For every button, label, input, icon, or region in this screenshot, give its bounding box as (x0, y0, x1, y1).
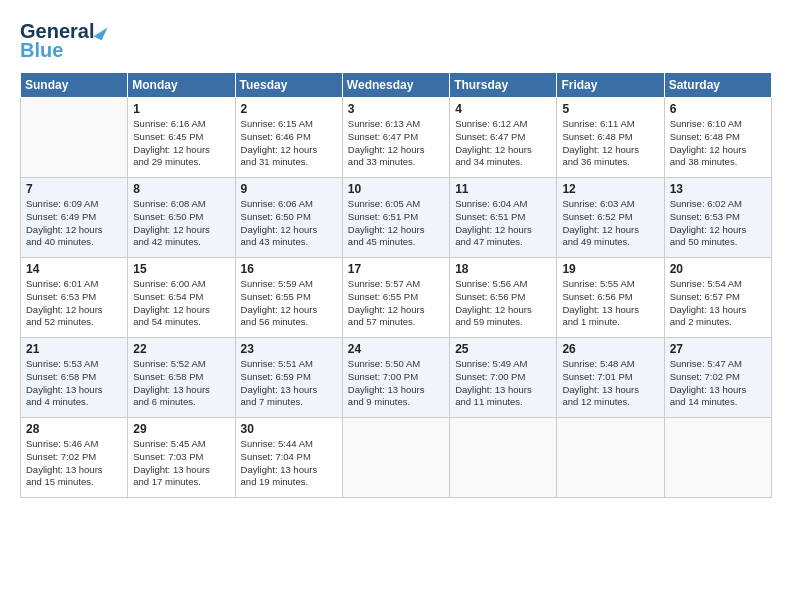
day-info: Sunrise: 6:00 AM Sunset: 6:54 PM Dayligh… (133, 278, 229, 329)
calendar-cell (342, 418, 449, 498)
day-info: Sunrise: 6:16 AM Sunset: 6:45 PM Dayligh… (133, 118, 229, 169)
day-info: Sunrise: 6:03 AM Sunset: 6:52 PM Dayligh… (562, 198, 658, 249)
calendar-cell: 24Sunrise: 5:50 AM Sunset: 7:00 PM Dayli… (342, 338, 449, 418)
calendar-cell: 8Sunrise: 6:08 AM Sunset: 6:50 PM Daylig… (128, 178, 235, 258)
day-info: Sunrise: 5:44 AM Sunset: 7:04 PM Dayligh… (241, 438, 337, 489)
day-number: 14 (26, 262, 122, 276)
calendar-cell: 3Sunrise: 6:13 AM Sunset: 6:47 PM Daylig… (342, 98, 449, 178)
day-info: Sunrise: 6:13 AM Sunset: 6:47 PM Dayligh… (348, 118, 444, 169)
calendar-cell: 22Sunrise: 5:52 AM Sunset: 6:58 PM Dayli… (128, 338, 235, 418)
day-info: Sunrise: 6:04 AM Sunset: 6:51 PM Dayligh… (455, 198, 551, 249)
calendar-cell (21, 98, 128, 178)
day-number: 4 (455, 102, 551, 116)
day-info: Sunrise: 5:52 AM Sunset: 6:58 PM Dayligh… (133, 358, 229, 409)
logo: General Blue (20, 20, 105, 62)
day-info: Sunrise: 6:12 AM Sunset: 6:47 PM Dayligh… (455, 118, 551, 169)
calendar-cell: 16Sunrise: 5:59 AM Sunset: 6:55 PM Dayli… (235, 258, 342, 338)
day-number: 7 (26, 182, 122, 196)
day-number: 12 (562, 182, 658, 196)
calendar-cell: 2Sunrise: 6:15 AM Sunset: 6:46 PM Daylig… (235, 98, 342, 178)
day-number: 15 (133, 262, 229, 276)
calendar-cell: 20Sunrise: 5:54 AM Sunset: 6:57 PM Dayli… (664, 258, 771, 338)
day-number: 21 (26, 342, 122, 356)
calendar-cell (557, 418, 664, 498)
day-info: Sunrise: 5:56 AM Sunset: 6:56 PM Dayligh… (455, 278, 551, 329)
calendar-table: SundayMondayTuesdayWednesdayThursdayFrid… (20, 72, 772, 498)
day-number: 27 (670, 342, 766, 356)
day-info: Sunrise: 5:49 AM Sunset: 7:00 PM Dayligh… (455, 358, 551, 409)
calendar-cell: 23Sunrise: 5:51 AM Sunset: 6:59 PM Dayli… (235, 338, 342, 418)
day-number: 11 (455, 182, 551, 196)
day-number: 5 (562, 102, 658, 116)
day-number: 10 (348, 182, 444, 196)
day-info: Sunrise: 5:46 AM Sunset: 7:02 PM Dayligh… (26, 438, 122, 489)
calendar-cell (450, 418, 557, 498)
calendar-week-row: 7Sunrise: 6:09 AM Sunset: 6:49 PM Daylig… (21, 178, 772, 258)
day-info: Sunrise: 6:05 AM Sunset: 6:51 PM Dayligh… (348, 198, 444, 249)
calendar-cell: 13Sunrise: 6:02 AM Sunset: 6:53 PM Dayli… (664, 178, 771, 258)
day-info: Sunrise: 5:48 AM Sunset: 7:01 PM Dayligh… (562, 358, 658, 409)
calendar-cell: 1Sunrise: 6:16 AM Sunset: 6:45 PM Daylig… (128, 98, 235, 178)
calendar-cell: 19Sunrise: 5:55 AM Sunset: 6:56 PM Dayli… (557, 258, 664, 338)
day-info: Sunrise: 5:47 AM Sunset: 7:02 PM Dayligh… (670, 358, 766, 409)
calendar-cell: 6Sunrise: 6:10 AM Sunset: 6:48 PM Daylig… (664, 98, 771, 178)
calendar-week-row: 28Sunrise: 5:46 AM Sunset: 7:02 PM Dayli… (21, 418, 772, 498)
day-number: 18 (455, 262, 551, 276)
calendar-cell: 17Sunrise: 5:57 AM Sunset: 6:55 PM Dayli… (342, 258, 449, 338)
calendar-cell: 15Sunrise: 6:00 AM Sunset: 6:54 PM Dayli… (128, 258, 235, 338)
day-info: Sunrise: 5:54 AM Sunset: 6:57 PM Dayligh… (670, 278, 766, 329)
weekday-header: Friday (557, 73, 664, 98)
day-number: 24 (348, 342, 444, 356)
weekday-header: Monday (128, 73, 235, 98)
day-info: Sunrise: 5:57 AM Sunset: 6:55 PM Dayligh… (348, 278, 444, 329)
calendar-cell: 26Sunrise: 5:48 AM Sunset: 7:01 PM Dayli… (557, 338, 664, 418)
calendar-cell: 29Sunrise: 5:45 AM Sunset: 7:03 PM Dayli… (128, 418, 235, 498)
day-info: Sunrise: 6:10 AM Sunset: 6:48 PM Dayligh… (670, 118, 766, 169)
day-info: Sunrise: 6:02 AM Sunset: 6:53 PM Dayligh… (670, 198, 766, 249)
calendar-cell: 30Sunrise: 5:44 AM Sunset: 7:04 PM Dayli… (235, 418, 342, 498)
weekday-header: Sunday (21, 73, 128, 98)
calendar-header-row: SundayMondayTuesdayWednesdayThursdayFrid… (21, 73, 772, 98)
day-info: Sunrise: 5:51 AM Sunset: 6:59 PM Dayligh… (241, 358, 337, 409)
calendar-week-row: 1Sunrise: 6:16 AM Sunset: 6:45 PM Daylig… (21, 98, 772, 178)
day-number: 9 (241, 182, 337, 196)
logo-arrow-icon (94, 23, 108, 39)
day-info: Sunrise: 5:50 AM Sunset: 7:00 PM Dayligh… (348, 358, 444, 409)
day-number: 3 (348, 102, 444, 116)
day-info: Sunrise: 5:59 AM Sunset: 6:55 PM Dayligh… (241, 278, 337, 329)
day-info: Sunrise: 5:55 AM Sunset: 6:56 PM Dayligh… (562, 278, 658, 329)
day-number: 8 (133, 182, 229, 196)
logo-blue: Blue (20, 39, 63, 62)
page: General Blue SundayMondayTuesdayWednesda… (0, 0, 792, 612)
day-info: Sunrise: 6:15 AM Sunset: 6:46 PM Dayligh… (241, 118, 337, 169)
day-info: Sunrise: 6:01 AM Sunset: 6:53 PM Dayligh… (26, 278, 122, 329)
calendar-week-row: 21Sunrise: 5:53 AM Sunset: 6:58 PM Dayli… (21, 338, 772, 418)
day-info: Sunrise: 6:06 AM Sunset: 6:50 PM Dayligh… (241, 198, 337, 249)
day-number: 17 (348, 262, 444, 276)
day-number: 19 (562, 262, 658, 276)
day-number: 28 (26, 422, 122, 436)
day-info: Sunrise: 6:08 AM Sunset: 6:50 PM Dayligh… (133, 198, 229, 249)
day-number: 22 (133, 342, 229, 356)
calendar-cell: 28Sunrise: 5:46 AM Sunset: 7:02 PM Dayli… (21, 418, 128, 498)
calendar-cell: 27Sunrise: 5:47 AM Sunset: 7:02 PM Dayli… (664, 338, 771, 418)
calendar-week-row: 14Sunrise: 6:01 AM Sunset: 6:53 PM Dayli… (21, 258, 772, 338)
calendar-cell: 21Sunrise: 5:53 AM Sunset: 6:58 PM Dayli… (21, 338, 128, 418)
day-number: 23 (241, 342, 337, 356)
calendar-cell: 5Sunrise: 6:11 AM Sunset: 6:48 PM Daylig… (557, 98, 664, 178)
day-number: 29 (133, 422, 229, 436)
weekday-header: Saturday (664, 73, 771, 98)
weekday-header: Wednesday (342, 73, 449, 98)
calendar-cell: 14Sunrise: 6:01 AM Sunset: 6:53 PM Dayli… (21, 258, 128, 338)
weekday-header: Thursday (450, 73, 557, 98)
calendar-cell: 9Sunrise: 6:06 AM Sunset: 6:50 PM Daylig… (235, 178, 342, 258)
weekday-header: Tuesday (235, 73, 342, 98)
calendar-cell: 18Sunrise: 5:56 AM Sunset: 6:56 PM Dayli… (450, 258, 557, 338)
calendar-cell: 11Sunrise: 6:04 AM Sunset: 6:51 PM Dayli… (450, 178, 557, 258)
header: General Blue (20, 20, 772, 62)
calendar-cell: 12Sunrise: 6:03 AM Sunset: 6:52 PM Dayli… (557, 178, 664, 258)
calendar-cell: 25Sunrise: 5:49 AM Sunset: 7:00 PM Dayli… (450, 338, 557, 418)
day-number: 6 (670, 102, 766, 116)
day-number: 2 (241, 102, 337, 116)
day-number: 26 (562, 342, 658, 356)
